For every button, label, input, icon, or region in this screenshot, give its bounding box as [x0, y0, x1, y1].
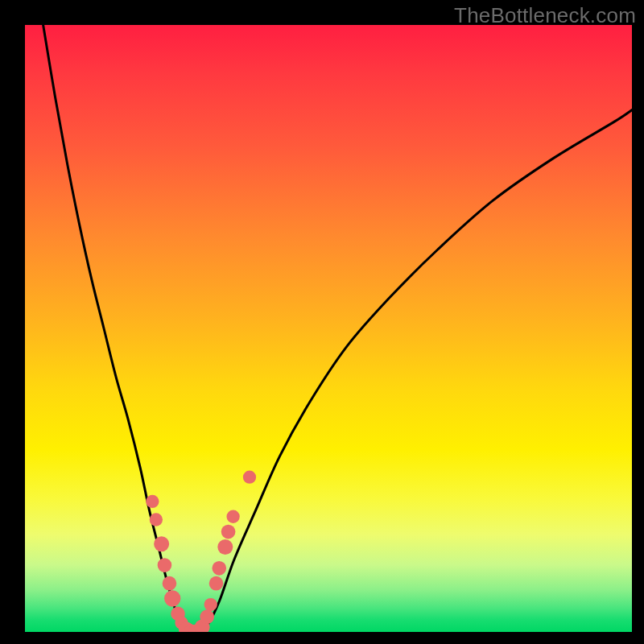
marker-dot — [150, 513, 163, 526]
marker-dot — [158, 558, 172, 572]
marker-dot — [164, 590, 180, 606]
marker-dot — [146, 495, 159, 508]
chart-overlay-svg — [25, 25, 632, 632]
marker-dot — [209, 576, 224, 591]
marker-dot — [204, 598, 217, 611]
marker-dot — [163, 576, 177, 591]
marker-dot — [154, 536, 169, 551]
marker-dot — [200, 609, 214, 624]
plot-area — [25, 25, 632, 632]
marker-dot — [243, 471, 256, 484]
marker-group — [146, 471, 256, 632]
marker-dot — [217, 539, 233, 555]
marker-dot — [226, 510, 239, 523]
marker-dot — [212, 561, 226, 576]
curve-group — [43, 25, 632, 632]
chart-canvas: TheBottleneck.com — [0, 0, 644, 644]
curve-right-arm — [200, 110, 632, 632]
marker-dot — [221, 525, 236, 539]
